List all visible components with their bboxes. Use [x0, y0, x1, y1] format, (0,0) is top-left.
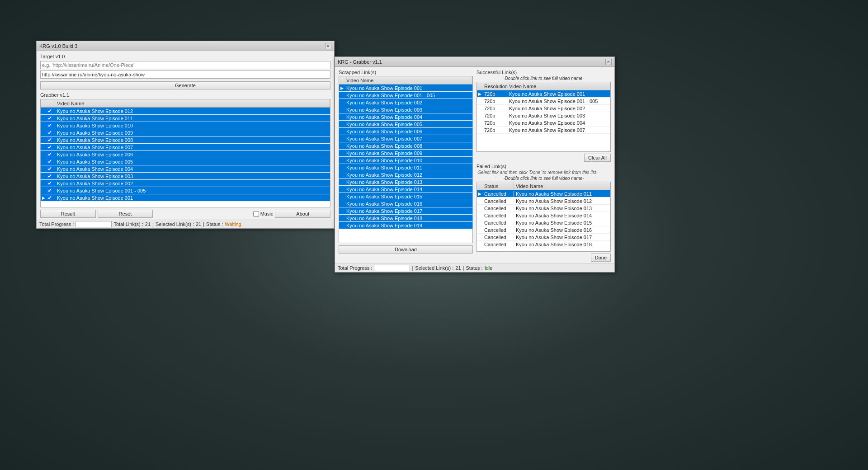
row-checkbox[interactable]	[47, 145, 52, 150]
row-checkbox[interactable]	[47, 152, 52, 157]
list-item[interactable]: Kyou no Asuka Show Episode 001 - 005	[41, 187, 330, 194]
scrapped-list-item[interactable]: Kyou no Asuka Show Episode 001 - 005	[339, 92, 472, 99]
scrapped-list-item[interactable]: Kyou no Asuka Show Episode 015	[339, 193, 472, 200]
failed-list-item[interactable]: ▶ Cancelled Kyou no Asuka Show Episode 0…	[477, 190, 610, 197]
scrapped-list-item[interactable]: Kyou no Asuka Show Episode 012	[339, 171, 472, 179]
row-checkbox[interactable]	[47, 195, 52, 200]
scrapped-list-item[interactable]: Kyou no Asuka Show Episode 002	[339, 99, 472, 106]
scrapped-list-item[interactable]: Kyou no Asuka Show Episode 010	[339, 157, 472, 164]
reset-button[interactable]: Reset	[98, 210, 153, 218]
row-checkbox[interactable]	[47, 130, 52, 135]
success-list-item[interactable]: 720p Kyou no Asuka Show Episode 004	[477, 119, 610, 127]
resolution-cell: 720p	[482, 113, 507, 118]
list-item[interactable]: Kyou no Asuka Show Episode 002	[41, 180, 330, 187]
video-list-body[interactable]: Kyou no Asuka Show Episode 012 Kyou no A…	[41, 108, 330, 207]
success-list-item[interactable]: ▶ 720p Kyou no Asuka Show Episode 001	[477, 90, 610, 98]
scrapped-list-item[interactable]: Kyou no Asuka Show Episode 008	[339, 142, 472, 150]
row-checkbox[interactable]	[47, 116, 52, 121]
scrapped-list-item[interactable]: Kyou no Asuka Show Episode 007	[339, 135, 472, 142]
row-checkbox[interactable]	[47, 174, 52, 179]
row-video-name: Kyou no Asuka Show Episode 012	[55, 108, 330, 114]
row-checkbox[interactable]	[47, 123, 52, 128]
scrapped-list-container: Video Name ▶ Kyou no Asuka Show Episode …	[339, 76, 473, 243]
main-status-bar: Total Progress : Total Link(s) : 21 | Se…	[37, 220, 334, 228]
scrapped-list-header: Video Name	[339, 76, 472, 85]
list-item[interactable]: Kyou no Asuka Show Episode 004	[41, 165, 330, 173]
row-video-name: Kyou no Asuka Show Episode 008	[55, 137, 330, 143]
scrapped-video-col: Video Name	[344, 76, 472, 84]
failed-list-item[interactable]: Cancelled Kyou no Asuka Show Episode 013	[477, 205, 610, 212]
failed-list-item[interactable]: Cancelled Kyou no Asuka Show Episode 016	[477, 226, 610, 234]
failed-list-item[interactable]: Cancelled Kyou no Asuka Show Episode 015	[477, 219, 610, 226]
about-button[interactable]: About	[275, 210, 330, 218]
scrapped-list-item[interactable]: Kyou no Asuka Show Episode 017	[339, 207, 472, 215]
clear-all-button[interactable]: Clear All	[584, 154, 611, 162]
list-item[interactable]: Kyou no Asuka Show Episode 003	[41, 173, 330, 180]
list-item[interactable]: ▶ Kyou no Asuka Show Episode 001	[41, 194, 330, 202]
scrapped-list-item[interactable]: Kyou no Asuka Show Episode 018	[339, 215, 472, 222]
success-list-item[interactable]: 720p Kyou no Asuka Show Episode 001 - 00…	[477, 98, 610, 105]
success-list-item[interactable]: 720p Kyou no Asuka Show Episode 002	[477, 105, 610, 112]
list-item[interactable]: Kyou no Asuka Show Episode 005	[41, 158, 330, 165]
scrapped-list-item[interactable]: Kyou no Asuka Show Episode 019	[339, 222, 472, 229]
total-progress-label: Total Progress :	[39, 221, 74, 227]
row-checkbox[interactable]	[47, 181, 52, 186]
result-button[interactable]: Result	[40, 210, 96, 218]
row-video-name: Kyou no Asuka Show Episode 004	[55, 166, 330, 172]
generate-button[interactable]: Generate	[40, 81, 330, 89]
status-cell: Cancelled	[482, 198, 514, 204]
scrapped-list-item[interactable]: Kyou no Asuka Show Episode 004	[339, 113, 472, 121]
row-checkbox[interactable]	[47, 108, 52, 113]
row-arrow: ▶	[339, 86, 344, 90]
download-button[interactable]: Download	[339, 245, 473, 254]
successful-list-body[interactable]: ▶ 720p Kyou no Asuka Show Episode 001 72…	[477, 90, 610, 152]
main-window-close[interactable]: ✕	[325, 43, 331, 49]
success-list-item[interactable]: 720p Kyou no Asuka Show Episode 003	[477, 112, 610, 119]
row-checkbox[interactable]	[47, 166, 52, 171]
url-value-input[interactable]: http://kissanime.ru/anime/kyou-no-asuka-…	[40, 70, 330, 79]
grabber-status-bar: Total Progress : | Selected Link(s) : 21…	[335, 263, 614, 272]
row-video-name: Kyou no Asuka Show Episode 001	[55, 195, 330, 201]
successful-label: Successful Link(s)	[476, 70, 611, 75]
success-video-name: Kyou no Asuka Show Episode 003	[507, 113, 610, 118]
video-name-col-header: Video Name	[55, 99, 330, 107]
row-arrow: ▶	[477, 92, 482, 96]
res-col-header: Resolution	[482, 82, 507, 90]
scrapped-list-item[interactable]: Kyou no Asuka Show Episode 014	[339, 186, 472, 193]
done-button[interactable]: Done	[591, 254, 611, 262]
failed-list-body[interactable]: ▶ Cancelled Kyou no Asuka Show Episode 0…	[477, 190, 610, 252]
grabber-window-close[interactable]: ✕	[605, 59, 612, 65]
scrapped-video-name: Kyou no Asuka Show Episode 001	[344, 85, 472, 91]
scrapped-list-item[interactable]: Kyou no Asuka Show Episode 003	[339, 106, 472, 113]
scrapped-list-item[interactable]: Kyou no Asuka Show Episode 016	[339, 200, 472, 207]
failed-list-item[interactable]: Cancelled Kyou no Asuka Show Episode 012	[477, 197, 610, 205]
music-checkbox[interactable]	[253, 211, 259, 217]
scrapped-list-item[interactable]: Kyou no Asuka Show Episode 006	[339, 128, 472, 135]
success-list-item[interactable]: 720p Kyou no Asuka Show Episode 007	[477, 127, 610, 134]
row-checkbox[interactable]	[47, 188, 52, 193]
list-item[interactable]: Kyou no Asuka Show Episode 008	[41, 136, 330, 144]
scrapped-list-item[interactable]: Kyou no Asuka Show Episode 013	[339, 179, 472, 186]
music-checkbox-label[interactable]: Music	[253, 211, 274, 217]
scrapped-list-item[interactable]: Kyou no Asuka Show Episode 009	[339, 150, 472, 157]
scrapped-list-item[interactable]: Kyou no Asuka Show Episode 005	[339, 121, 472, 128]
list-item[interactable]: Kyou no Asuka Show Episode 011	[41, 115, 330, 122]
scrapped-video-name: Kyou no Asuka Show Episode 009	[344, 150, 472, 156]
failed-list-item[interactable]: Cancelled Kyou no Asuka Show Episode 018	[477, 241, 610, 248]
failed-list-item[interactable]: Cancelled Kyou no Asuka Show Episode 014	[477, 212, 610, 219]
list-item[interactable]: Kyou no Asuka Show Episode 010	[41, 122, 330, 129]
row-checkbox[interactable]	[47, 159, 52, 164]
scrapped-video-name: Kyou no Asuka Show Episode 014	[344, 187, 472, 192]
scrapped-list-item[interactable]: ▶ Kyou no Asuka Show Episode 001	[339, 85, 472, 92]
success-video-name: Kyou no Asuka Show Episode 007	[507, 127, 610, 133]
list-item[interactable]: Kyou no Asuka Show Episode 007	[41, 144, 330, 151]
video-list-container: Video Name Kyou no Asuka Show Episode 01…	[40, 99, 330, 207]
row-checkbox[interactable]	[47, 137, 52, 142]
list-item[interactable]: Kyou no Asuka Show Episode 006	[41, 151, 330, 158]
list-item[interactable]: Kyou no Asuka Show Episode 009	[41, 129, 330, 136]
list-item[interactable]: Kyou no Asuka Show Episode 012	[41, 108, 330, 115]
scrapped-list-item[interactable]: Kyou no Asuka Show Episode 011	[339, 164, 472, 171]
scrapped-list-body[interactable]: ▶ Kyou no Asuka Show Episode 001 Kyou no…	[339, 85, 472, 243]
failed-list-item[interactable]: Cancelled Kyou no Asuka Show Episode 017	[477, 234, 610, 241]
url-input[interactable]	[40, 61, 330, 69]
